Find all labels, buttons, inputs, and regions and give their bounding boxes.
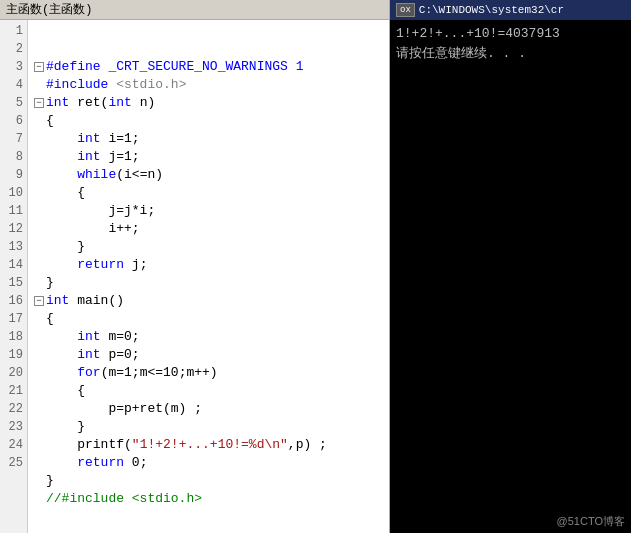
line-number: 1 [4,22,23,40]
code-text: int ret(int n) [46,94,155,112]
line-number: 23 [4,418,23,436]
line-number: 13 [4,238,23,256]
code-text: int j=1; [46,148,140,166]
code-line: #include <stdio.h> [34,76,383,94]
line-number: 3 [4,58,23,76]
code-text: for(m=1;m<=10;m++) [46,364,218,382]
code-line: while(i<=n) [34,166,383,184]
code-line: i++; [34,220,383,238]
collapse-icon[interactable]: − [34,62,44,72]
code-text: i++; [46,220,140,238]
code-content-area: 1234567891011121314151617181920212223242… [0,20,389,533]
code-text: //#include <stdio.h> [46,490,202,508]
code-line: return 0; [34,454,383,472]
line-number: 6 [4,112,23,130]
code-text: int p=0; [46,346,140,364]
watermark-text: @51CTO博客 [390,512,631,533]
code-text-area[interactable]: −#define _CRT_SECURE_NO_WARNINGS 1#inclu… [28,20,389,533]
code-line: { [34,184,383,202]
line-number: 14 [4,256,23,274]
code-line: j=j*i; [34,202,383,220]
collapse-icon[interactable]: − [34,296,44,306]
line-number: 4 [4,76,23,94]
code-text: printf("1!+2!+...+10!=%d\n",p) ; [46,436,327,454]
console-panel: ox C:\WINDOWS\system32\cr 1!+2!+...+10!=… [390,0,631,533]
code-text: return 0; [46,454,147,472]
code-text: } [46,238,85,256]
code-line: p=p+ret(m) ; [34,400,383,418]
code-line: −int ret(int n) [34,94,383,112]
line-number: 24 [4,436,23,454]
code-line: { [34,310,383,328]
code-line: { [34,112,383,130]
code-line: for(m=1;m<=10;m++) [34,364,383,382]
code-line: } [34,238,383,256]
line-number: 25 [4,454,23,472]
code-line: } [34,274,383,292]
code-line: //#include <stdio.h> [34,490,383,508]
code-text: { [46,112,54,130]
line-number: 16 [4,292,23,310]
editor-title-bar: 主函数(主函数) [0,0,389,20]
collapse-icon[interactable]: − [34,98,44,108]
code-line: −#define _CRT_SECURE_NO_WARNINGS 1 [34,58,383,76]
console-title: C:\WINDOWS\system32\cr [419,4,564,16]
line-number: 20 [4,364,23,382]
code-text: { [46,382,85,400]
code-text: { [46,184,85,202]
line-number: 18 [4,328,23,346]
code-text: #define _CRT_SECURE_NO_WARNINGS 1 [46,58,303,76]
line-number: 10 [4,184,23,202]
code-line: int p=0; [34,346,383,364]
code-line: −int main() [34,292,383,310]
console-icon: ox [396,3,415,17]
code-text: int main() [46,292,124,310]
console-output-area: 1!+2!+...+10!=4037913 请按任意键继续. . . [390,20,631,512]
line-number: 21 [4,382,23,400]
code-text: } [46,472,54,490]
line-number: 9 [4,166,23,184]
line-number: 11 [4,202,23,220]
code-text: j=j*i; [46,202,155,220]
code-line: printf("1!+2!+...+10!=%d\n",p) ; [34,436,383,454]
line-number: 2 [4,40,23,58]
code-line: int i=1; [34,130,383,148]
code-line: return j; [34,256,383,274]
line-number: 5 [4,94,23,112]
line-number: 12 [4,220,23,238]
line-number-gutter: 1234567891011121314151617181920212223242… [0,20,28,533]
line-number: 22 [4,400,23,418]
code-text: } [46,418,85,436]
code-text: while(i<=n) [46,166,163,184]
line-number: 19 [4,346,23,364]
editor-title: 主函数(主函数) [6,1,92,18]
code-text: return j; [46,256,147,274]
console-line-2: 请按任意键继续. . . [396,44,625,64]
line-number: 15 [4,274,23,292]
code-text: #include <stdio.h> [46,76,186,94]
code-text: } [46,274,54,292]
code-text: { [46,310,54,328]
code-text: int m=0; [46,328,140,346]
console-title-bar: ox C:\WINDOWS\system32\cr [390,0,631,20]
console-line-1: 1!+2!+...+10!=4037913 [396,24,625,44]
code-line: int m=0; [34,328,383,346]
code-line: int j=1; [34,148,383,166]
code-text: p=p+ret(m) ; [46,400,202,418]
code-line: } [34,418,383,436]
code-text: int i=1; [46,130,140,148]
code-line: { [34,382,383,400]
line-number: 7 [4,130,23,148]
line-number: 17 [4,310,23,328]
code-editor-panel: 主函数(主函数) 1234567891011121314151617181920… [0,0,390,533]
line-number: 8 [4,148,23,166]
code-line: } [34,472,383,490]
